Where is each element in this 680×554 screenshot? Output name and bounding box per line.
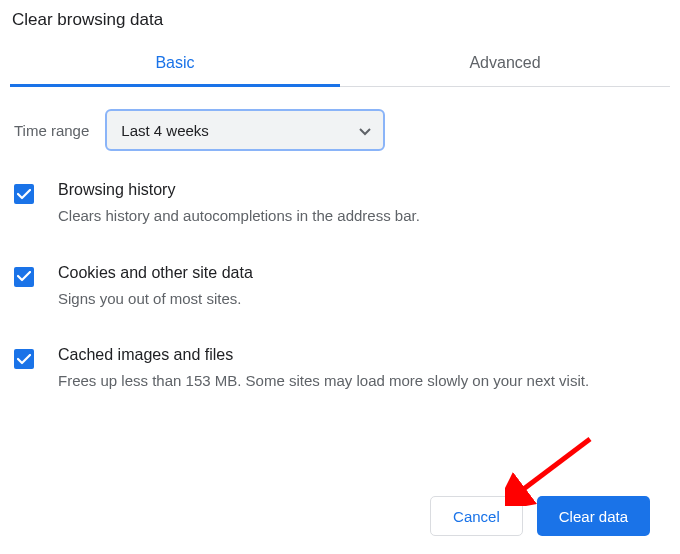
dialog-title: Clear browsing data [10,8,670,42]
dialog-body: Time range Last 4 weeks Browsing history… [10,87,670,393]
option-browsing-history: Browsing history Clears history and auto… [12,181,668,228]
check-icon [17,271,31,282]
tab-advanced-label: Advanced [469,54,540,71]
cancel-button[interactable]: Cancel [430,496,523,536]
checkbox-cache[interactable] [14,349,34,369]
tab-basic[interactable]: Basic [10,42,340,86]
check-icon [17,189,31,200]
time-range-row: Time range Last 4 weeks [12,109,668,151]
cancel-button-label: Cancel [453,508,500,525]
option-title: Cookies and other site data [58,264,253,282]
dialog-footer: Cancel Clear data [430,496,650,536]
chevron-down-icon [359,122,371,139]
option-text: Browsing history Clears history and auto… [58,181,420,228]
option-cookies: Cookies and other site data Signs you ou… [12,264,668,311]
option-desc: Clears history and autocompletions in th… [58,205,420,228]
check-icon [17,354,31,365]
svg-line-1 [517,439,590,494]
time-range-value: Last 4 weeks [121,122,209,139]
time-range-select[interactable]: Last 4 weeks [105,109,385,151]
option-desc: Frees up less than 153 MB. Some sites ma… [58,370,589,393]
tab-advanced[interactable]: Advanced [340,42,670,86]
tabs: Basic Advanced [10,42,670,87]
option-title: Browsing history [58,181,420,199]
option-text: Cookies and other site data Signs you ou… [58,264,253,311]
option-desc: Signs you out of most sites. [58,288,253,311]
clear-data-button-label: Clear data [559,508,628,525]
tab-basic-label: Basic [155,54,194,71]
option-cache: Cached images and files Frees up less th… [12,346,668,393]
clear-browsing-data-dialog: Clear browsing data Basic Advanced Time … [0,0,680,393]
checkbox-cookies[interactable] [14,267,34,287]
option-text: Cached images and files Frees up less th… [58,346,589,393]
time-range-label: Time range [14,122,89,139]
clear-data-button[interactable]: Clear data [537,496,650,536]
option-title: Cached images and files [58,346,589,364]
checkbox-browsing-history[interactable] [14,184,34,204]
